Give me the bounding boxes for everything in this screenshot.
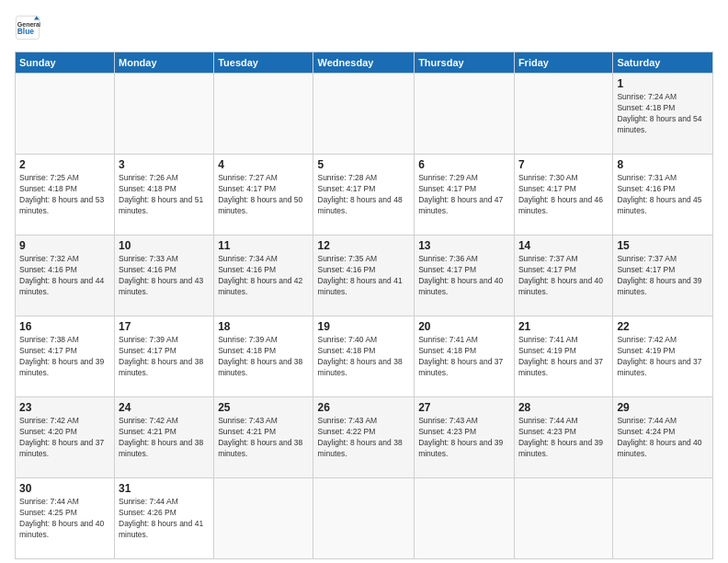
- calendar-cell: 2Sunrise: 7:25 AMSunset: 4:18 PMDaylight…: [16, 155, 115, 236]
- calendar-cell: 23Sunrise: 7:42 AMSunset: 4:20 PMDayligh…: [16, 397, 115, 478]
- calendar-cell: [415, 478, 515, 559]
- calendar-cell: 8Sunrise: 7:31 AMSunset: 4:16 PMDaylight…: [613, 155, 713, 236]
- calendar-cell: 25Sunrise: 7:43 AMSunset: 4:21 PMDayligh…: [214, 397, 313, 478]
- svg-text:Blue: Blue: [17, 27, 34, 36]
- day-info: Sunrise: 7:33 AMSunset: 4:16 PMDaylight:…: [119, 254, 210, 298]
- day-number: 31: [119, 482, 210, 495]
- logo: General Blue: [15, 15, 42, 40]
- week-row-3: 9Sunrise: 7:32 AMSunset: 4:16 PMDaylight…: [16, 236, 713, 316]
- week-row-6: 30Sunrise: 7:44 AMSunset: 4:25 PMDayligh…: [16, 478, 713, 559]
- day-info: Sunrise: 7:30 AMSunset: 4:17 PMDaylight:…: [518, 173, 609, 217]
- logo-icon: General Blue: [15, 15, 40, 40]
- calendar-cell: 13Sunrise: 7:36 AMSunset: 4:17 PMDayligh…: [415, 236, 515, 316]
- calendar-cell: 17Sunrise: 7:39 AMSunset: 4:17 PMDayligh…: [115, 316, 214, 397]
- week-row-5: 23Sunrise: 7:42 AMSunset: 4:20 PMDayligh…: [16, 397, 713, 478]
- day-info: Sunrise: 7:43 AMSunset: 4:23 PMDaylight:…: [418, 416, 510, 460]
- day-info: Sunrise: 7:43 AMSunset: 4:21 PMDaylight:…: [218, 416, 309, 460]
- week-row-4: 16Sunrise: 7:38 AMSunset: 4:17 PMDayligh…: [16, 316, 713, 397]
- calendar-cell: 21Sunrise: 7:41 AMSunset: 4:19 PMDayligh…: [514, 316, 612, 397]
- day-info: Sunrise: 7:38 AMSunset: 4:17 PMDaylight:…: [19, 335, 110, 379]
- weekday-wednesday: Wednesday: [313, 52, 415, 74]
- day-info: Sunrise: 7:35 AMSunset: 4:16 PMDaylight:…: [317, 254, 410, 298]
- day-number: 3: [119, 158, 210, 171]
- calendar-cell: 26Sunrise: 7:43 AMSunset: 4:22 PMDayligh…: [313, 397, 415, 478]
- calendar-cell: 16Sunrise: 7:38 AMSunset: 4:17 PMDayligh…: [16, 316, 115, 397]
- day-number: 17: [119, 320, 210, 333]
- day-number: 8: [617, 158, 709, 171]
- day-info: Sunrise: 7:31 AMSunset: 4:16 PMDaylight:…: [617, 173, 709, 217]
- day-number: 6: [418, 158, 510, 171]
- calendar-cell: 3Sunrise: 7:26 AMSunset: 4:18 PMDaylight…: [115, 155, 214, 236]
- day-number: 25: [218, 401, 309, 414]
- calendar-cell: 7Sunrise: 7:30 AMSunset: 4:17 PMDaylight…: [514, 155, 612, 236]
- day-number: 12: [317, 239, 410, 252]
- calendar-cell: [415, 74, 515, 155]
- weekday-tuesday: Tuesday: [214, 52, 313, 74]
- day-info: Sunrise: 7:40 AMSunset: 4:18 PMDaylight:…: [317, 335, 410, 379]
- calendar-cell: 22Sunrise: 7:42 AMSunset: 4:19 PMDayligh…: [613, 316, 713, 397]
- day-info: Sunrise: 7:25 AMSunset: 4:18 PMDaylight:…: [19, 173, 110, 217]
- week-row-1: 1Sunrise: 7:24 AMSunset: 4:18 PMDaylight…: [16, 74, 713, 155]
- calendar-cell: [214, 478, 313, 559]
- calendar-cell: 24Sunrise: 7:42 AMSunset: 4:21 PMDayligh…: [115, 397, 214, 478]
- weekday-thursday: Thursday: [415, 52, 515, 74]
- weekday-sunday: Sunday: [16, 52, 115, 74]
- day-number: 29: [617, 401, 709, 414]
- calendar-cell: [514, 478, 612, 559]
- weekday-header-row: SundayMondayTuesdayWednesdayThursdayFrid…: [16, 52, 713, 74]
- calendar-cell: [313, 74, 415, 155]
- day-info: Sunrise: 7:32 AMSunset: 4:16 PMDaylight:…: [19, 254, 110, 298]
- calendar-cell: 27Sunrise: 7:43 AMSunset: 4:23 PMDayligh…: [415, 397, 515, 478]
- day-info: Sunrise: 7:37 AMSunset: 4:17 PMDaylight:…: [518, 254, 609, 298]
- day-info: Sunrise: 7:42 AMSunset: 4:20 PMDaylight:…: [19, 416, 110, 460]
- day-number: 16: [19, 320, 110, 333]
- day-number: 21: [518, 320, 609, 333]
- calendar-cell: 28Sunrise: 7:44 AMSunset: 4:23 PMDayligh…: [514, 397, 612, 478]
- calendar-cell: 19Sunrise: 7:40 AMSunset: 4:18 PMDayligh…: [313, 316, 415, 397]
- day-info: Sunrise: 7:44 AMSunset: 4:26 PMDaylight:…: [119, 497, 210, 541]
- calendar-cell: 4Sunrise: 7:27 AMSunset: 4:17 PMDaylight…: [214, 155, 313, 236]
- calendar-cell: 1Sunrise: 7:24 AMSunset: 4:18 PMDaylight…: [613, 74, 713, 155]
- day-info: Sunrise: 7:44 AMSunset: 4:23 PMDaylight:…: [518, 416, 609, 460]
- day-info: Sunrise: 7:42 AMSunset: 4:19 PMDaylight:…: [617, 335, 709, 379]
- header: General Blue: [15, 15, 713, 40]
- day-info: Sunrise: 7:29 AMSunset: 4:17 PMDaylight:…: [418, 173, 510, 217]
- day-info: Sunrise: 7:44 AMSunset: 4:24 PMDaylight:…: [617, 416, 709, 460]
- day-number: 1: [617, 77, 709, 90]
- day-info: Sunrise: 7:34 AMSunset: 4:16 PMDaylight:…: [218, 254, 309, 298]
- day-number: 2: [19, 158, 110, 171]
- day-info: Sunrise: 7:42 AMSunset: 4:21 PMDaylight:…: [119, 416, 210, 460]
- day-number: 11: [218, 239, 309, 252]
- calendar-cell: 31Sunrise: 7:44 AMSunset: 4:26 PMDayligh…: [115, 478, 214, 559]
- day-number: 7: [518, 158, 609, 171]
- day-info: Sunrise: 7:36 AMSunset: 4:17 PMDaylight:…: [418, 254, 510, 298]
- day-info: Sunrise: 7:26 AMSunset: 4:18 PMDaylight:…: [119, 173, 210, 217]
- day-number: 14: [518, 239, 609, 252]
- day-info: Sunrise: 7:44 AMSunset: 4:25 PMDaylight:…: [19, 497, 110, 541]
- day-number: 23: [19, 401, 110, 414]
- calendar-cell: 10Sunrise: 7:33 AMSunset: 4:16 PMDayligh…: [115, 236, 214, 316]
- day-info: Sunrise: 7:37 AMSunset: 4:17 PMDaylight:…: [617, 254, 709, 298]
- day-number: 27: [418, 401, 510, 414]
- weekday-saturday: Saturday: [613, 52, 713, 74]
- calendar-cell: 12Sunrise: 7:35 AMSunset: 4:16 PMDayligh…: [313, 236, 415, 316]
- day-info: Sunrise: 7:41 AMSunset: 4:19 PMDaylight:…: [518, 335, 609, 379]
- calendar-page: General Blue SundayMondayTuesdayWednesda…: [0, 0, 728, 563]
- day-number: 13: [418, 239, 510, 252]
- day-number: 22: [617, 320, 709, 333]
- calendar-cell: 14Sunrise: 7:37 AMSunset: 4:17 PMDayligh…: [514, 236, 612, 316]
- day-number: 24: [119, 401, 210, 414]
- day-info: Sunrise: 7:28 AMSunset: 4:17 PMDaylight:…: [317, 173, 410, 217]
- calendar-cell: 15Sunrise: 7:37 AMSunset: 4:17 PMDayligh…: [613, 236, 713, 316]
- calendar-cell: 18Sunrise: 7:39 AMSunset: 4:18 PMDayligh…: [214, 316, 313, 397]
- day-number: 15: [617, 239, 709, 252]
- calendar-cell: [115, 74, 214, 155]
- day-info: Sunrise: 7:27 AMSunset: 4:17 PMDaylight:…: [218, 173, 309, 217]
- day-info: Sunrise: 7:24 AMSunset: 4:18 PMDaylight:…: [617, 92, 709, 136]
- calendar-cell: 11Sunrise: 7:34 AMSunset: 4:16 PMDayligh…: [214, 236, 313, 316]
- day-number: 10: [119, 239, 210, 252]
- day-number: 30: [19, 482, 110, 495]
- calendar-cell: [613, 478, 713, 559]
- calendar-cell: [313, 478, 415, 559]
- calendar-cell: 5Sunrise: 7:28 AMSunset: 4:17 PMDaylight…: [313, 155, 415, 236]
